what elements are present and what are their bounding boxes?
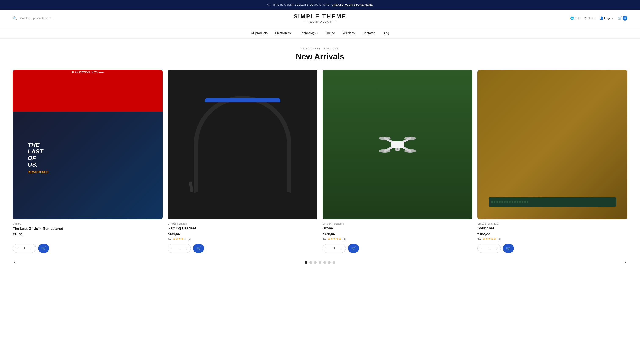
quantity-input[interactable] bbox=[175, 246, 183, 250]
product-name: The Last Of Us™ Remastered bbox=[13, 226, 162, 231]
login-button[interactable]: 👤 Login ▾ bbox=[600, 16, 613, 20]
currency-selector[interactable]: € EUR ▾ bbox=[585, 16, 595, 20]
nav-house[interactable]: House bbox=[326, 31, 335, 35]
add-to-cart-button[interactable]: 🛒 bbox=[193, 244, 204, 253]
rating-count: (2) bbox=[498, 237, 501, 240]
nav-blog[interactable]: Blog bbox=[383, 31, 389, 35]
banner-text: THIS IS A JUMPSELLER'S DEMO STORE bbox=[273, 3, 330, 6]
nav-contacto[interactable]: Contacto bbox=[362, 31, 375, 35]
product-sku: GH-035 bbox=[168, 222, 176, 225]
carousel-dot-6[interactable] bbox=[328, 261, 331, 264]
nav-label: Electronics bbox=[275, 31, 291, 35]
svg-point-3 bbox=[404, 136, 416, 140]
drone-svg bbox=[374, 121, 421, 168]
product-controls: − + 🛒 bbox=[168, 244, 317, 253]
technology-chevron-icon: ▾ bbox=[317, 32, 318, 34]
carousel-dot-4[interactable] bbox=[319, 261, 321, 264]
nav-label: Wireless bbox=[343, 31, 355, 35]
carousel-next-button[interactable]: › bbox=[623, 258, 627, 266]
product-price: €182,22 bbox=[478, 232, 627, 236]
user-icon: 👤 bbox=[600, 16, 603, 20]
product-sku: DR-034 bbox=[323, 222, 331, 225]
quantity-input[interactable] bbox=[485, 246, 493, 250]
products-grid: PLAYSTATION. HITS —— THELASTOFUS.REMASTE… bbox=[13, 70, 627, 253]
product-image-headset bbox=[168, 70, 317, 220]
search-icon: 🔍 bbox=[13, 16, 17, 20]
product-rating: 5.0 ★★★★★ (1) bbox=[323, 237, 472, 240]
product-card: GH-035 | BrandII Gaming Headset €136,66 … bbox=[168, 70, 317, 253]
soundbar-shape bbox=[489, 197, 616, 207]
top-banner: 🏷 THIS IS A JUMPSELLER'S DEMO STORE CREA… bbox=[0, 0, 640, 10]
svg-point-5 bbox=[404, 149, 416, 152]
qty-increase-button[interactable]: + bbox=[493, 244, 501, 253]
product-category: Games bbox=[13, 222, 162, 225]
product-name: Drone bbox=[323, 226, 472, 230]
qty-decrease-button[interactable]: − bbox=[13, 244, 21, 253]
quantity-control: − + bbox=[13, 244, 36, 253]
game-title-text: THELASTOFUS.REMASTERED bbox=[28, 142, 49, 174]
product-controls: − + 🛒 bbox=[13, 244, 162, 253]
rating-value: 5.0 bbox=[323, 237, 326, 240]
stars: ★★★★★ bbox=[483, 237, 496, 240]
store-icon: 🏷 bbox=[267, 3, 271, 6]
login-label: Login bbox=[604, 16, 611, 20]
product-meta: GH-035 | BrandII bbox=[168, 222, 317, 225]
logo: SIMPLE THEME — TECHNOLOGY — bbox=[218, 13, 422, 23]
search-area[interactable]: 🔍 bbox=[13, 16, 218, 20]
add-to-cart-button[interactable]: 🛒 bbox=[348, 244, 359, 253]
qty-increase-button[interactable]: + bbox=[28, 244, 36, 253]
currency-label: EUR bbox=[587, 16, 594, 20]
carousel-dot-3[interactable] bbox=[314, 261, 317, 264]
add-to-cart-button[interactable]: 🛒 bbox=[503, 244, 514, 253]
search-input[interactable] bbox=[19, 16, 61, 20]
product-controls: − + 🛒 bbox=[323, 244, 472, 253]
svg-point-2 bbox=[379, 136, 391, 140]
product-image-drone bbox=[323, 70, 472, 220]
rating-value: 4.0 bbox=[168, 237, 171, 240]
product-brand: BrandII bbox=[179, 222, 187, 225]
nav-wireless[interactable]: Wireless bbox=[343, 31, 355, 35]
product-brand: BrandGG bbox=[488, 222, 499, 225]
nav-label: Technology bbox=[300, 31, 316, 35]
carousel-dot-7[interactable] bbox=[333, 261, 335, 264]
quantity-control: − + bbox=[478, 244, 501, 253]
qty-decrease-button[interactable]: − bbox=[323, 244, 330, 253]
header-actions: 🌐 EN ▾ € EUR ▾ 👤 Login ▾ 🛒 0 bbox=[422, 16, 627, 20]
quantity-input[interactable] bbox=[330, 246, 338, 250]
product-meta: DR-034 | BrandHH bbox=[323, 222, 472, 225]
product-card: PLAYSTATION. HITS —— THELASTOFUS.REMASTE… bbox=[13, 70, 162, 253]
electronics-chevron-icon: ▾ bbox=[291, 32, 293, 34]
globe-icon: 🌐 bbox=[570, 16, 574, 20]
nav-all-products[interactable]: All products bbox=[251, 31, 268, 35]
product-name: Soundbar bbox=[478, 226, 627, 230]
section-label: OUR LATEST PRODUCTS bbox=[13, 47, 627, 50]
nav-label: Contacto bbox=[362, 31, 375, 35]
qty-increase-button[interactable]: + bbox=[338, 244, 346, 253]
rating-count: (3) bbox=[188, 237, 191, 240]
language-selector[interactable]: 🌐 EN ▾ bbox=[570, 16, 580, 20]
carousel-dot-1[interactable] bbox=[305, 261, 307, 264]
product-meta: SB-033 | BrandGG bbox=[478, 222, 627, 225]
qty-decrease-button[interactable]: − bbox=[478, 244, 485, 253]
carousel-prev-button[interactable]: ‹ bbox=[13, 258, 17, 266]
header: 🔍 SIMPLE THEME — TECHNOLOGY — 🌐 EN ▾ € E… bbox=[0, 10, 640, 27]
product-controls: − + 🛒 bbox=[478, 244, 627, 253]
quantity-input[interactable] bbox=[21, 246, 28, 250]
qty-decrease-button[interactable]: − bbox=[168, 244, 175, 253]
nav-technology[interactable]: Technology ▾ bbox=[300, 31, 318, 35]
logo-subtitle: — TECHNOLOGY — bbox=[218, 20, 422, 23]
carousel-dot-2[interactable] bbox=[309, 261, 312, 264]
nav-electronics[interactable]: Electronics ▾ bbox=[275, 31, 293, 35]
svg-point-4 bbox=[379, 149, 391, 152]
product-image-soundbar bbox=[478, 70, 627, 220]
create-store-link[interactable]: CREATE YOUR STORE HERE bbox=[331, 3, 373, 6]
cart-button[interactable]: 🛒 0 bbox=[617, 16, 627, 20]
cart-count: 0 bbox=[623, 16, 627, 20]
carousel-dot-5[interactable] bbox=[323, 261, 326, 264]
stars: ★★★★★ bbox=[328, 237, 341, 240]
qty-increase-button[interactable]: + bbox=[183, 244, 191, 253]
product-sku: SB-033 bbox=[478, 222, 486, 225]
cart-icon: 🛒 bbox=[617, 16, 622, 20]
product-name: Gaming Headset bbox=[168, 226, 317, 230]
add-to-cart-button[interactable]: 🛒 bbox=[38, 244, 49, 253]
